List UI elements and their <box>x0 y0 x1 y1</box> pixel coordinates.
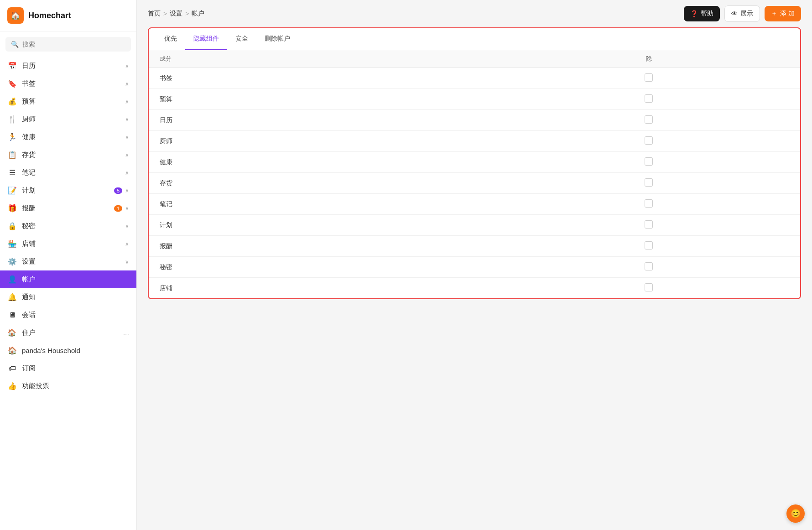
plus-icon: ＋ <box>771 10 777 18</box>
subscription-icon: 🏷 <box>7 364 17 373</box>
tab-priority[interactable]: 优先 <box>156 28 185 50</box>
component-hide-cell[interactable] <box>497 215 800 236</box>
chevron-icon: ∧ <box>125 81 129 87</box>
secret-icon: 🔒 <box>7 222 17 230</box>
component-hide-cell[interactable] <box>497 68 800 89</box>
component-hide-cell[interactable] <box>497 152 800 173</box>
hide-checkbox[interactable] <box>645 136 653 145</box>
table-row: 健康 <box>149 152 800 173</box>
breadcrumb: 首页 > 设置 > 帐户 <box>148 10 204 18</box>
hide-checkbox[interactable] <box>645 94 653 103</box>
hide-checkbox[interactable] <box>645 241 653 249</box>
sidebar-item-label: 秘密 <box>22 222 125 230</box>
sidebar-item-chat[interactable]: 🖥 会话 <box>0 306 136 324</box>
sidebar-item-reward[interactable]: 🎁 报酬 1 ∧ <box>0 199 136 217</box>
hide-checkbox[interactable] <box>645 178 653 187</box>
shop-icon: 🏪 <box>7 239 17 248</box>
sidebar-item-label: 会话 <box>22 311 129 319</box>
resident-row[interactable]: 🏠 住户 ... <box>0 324 136 342</box>
component-hide-cell[interactable] <box>497 278 800 299</box>
health-icon: 🏃 <box>7 133 17 141</box>
sidebar-item-secret[interactable]: 🔒 秘密 ∧ <box>0 217 136 235</box>
component-name: 报酬 <box>149 236 497 257</box>
chevron-icon: ∧ <box>125 99 129 105</box>
sidebar-item-label: 设置 <box>22 257 125 266</box>
sidebar-item-bookmark[interactable]: 🔖 书签 ∧ <box>0 75 136 93</box>
table-row: 报酬 <box>149 236 800 257</box>
table-row: 笔记 <box>149 194 800 215</box>
breadcrumb-sep1: > <box>163 10 167 17</box>
inventory-icon: 📋 <box>7 151 17 159</box>
search-bar[interactable]: 🔍 <box>5 37 131 52</box>
budget-icon: 💰 <box>7 97 17 106</box>
help-button[interactable]: ❓ 帮助 <box>684 6 720 21</box>
topbar: 首页 > 设置 > 帐户 ❓ 帮助 👁 展示 ＋ 添 加 <box>137 0 812 27</box>
chevron-icon: ∧ <box>125 223 129 229</box>
sidebar-item-shop[interactable]: 🏪 店铺 ∧ <box>0 235 136 253</box>
add-button[interactable]: ＋ 添 加 <box>765 6 801 21</box>
hide-checkbox[interactable] <box>645 73 653 82</box>
float-button[interactable]: 😊 <box>786 504 805 523</box>
sidebar-item-label: 计划 <box>22 186 114 195</box>
sidebar-item-vote[interactable]: 👍 功能投票 <box>0 377 136 395</box>
sidebar-item-health[interactable]: 🏃 健康 ∧ <box>0 128 136 146</box>
hide-checkbox[interactable] <box>645 115 653 124</box>
chat-icon: 🖥 <box>7 311 17 319</box>
component-table: 成分 隐 书签 预算 日历 厨师 健康 存货 <box>149 50 800 298</box>
component-name: 笔记 <box>149 194 497 215</box>
sidebar-item-chef[interactable]: 🍴 厨师 ∧ <box>0 110 136 128</box>
calendar-icon: 📅 <box>7 62 17 70</box>
sidebar-item-budget[interactable]: 💰 预算 ∧ <box>0 93 136 110</box>
sidebar-item-plan[interactable]: 📝 计划 5 ∧ <box>0 182 136 199</box>
table-row: 厨师 <box>149 131 800 152</box>
chevron-icon: ∧ <box>125 116 129 123</box>
plan-badge: 5 <box>114 187 122 194</box>
table-row: 秘密 <box>149 257 800 278</box>
sidebar-item-notify[interactable]: 🔔 通知 <box>0 288 136 306</box>
table-row: 日历 <box>149 110 800 131</box>
hide-checkbox[interactable] <box>645 283 653 291</box>
search-icon: 🔍 <box>11 41 19 48</box>
breadcrumb-settings[interactable]: 设置 <box>170 10 182 18</box>
topbar-actions: ❓ 帮助 👁 展示 ＋ 添 加 <box>684 5 801 22</box>
tab-security[interactable]: 安全 <box>227 28 256 50</box>
component-hide-cell[interactable] <box>497 110 800 131</box>
component-hide-cell[interactable] <box>497 236 800 257</box>
account-icon: 👤 <box>7 275 17 284</box>
main-content: 首页 > 设置 > 帐户 ❓ 帮助 👁 展示 ＋ 添 加 优先 隐藏组件 <box>137 0 812 530</box>
sidebar-item-inventory[interactable]: 📋 存货 ∧ <box>0 146 136 164</box>
hide-checkbox[interactable] <box>645 220 653 229</box>
sidebar-item-household[interactable]: 🏠 panda's Household <box>0 342 136 359</box>
chevron-icon: ∧ <box>125 134 129 140</box>
resident-label: 住户 <box>22 328 123 337</box>
component-hide-cell[interactable] <box>497 257 800 278</box>
breadcrumb-home[interactable]: 首页 <box>148 10 161 18</box>
breadcrumb-sep2: > <box>185 10 189 17</box>
sidebar-item-settings[interactable]: ⚙️ 设置 ∨ <box>0 253 136 270</box>
sidebar-item-subscription[interactable]: 🏷 订阅 <box>0 359 136 377</box>
sidebar-item-label: 预算 <box>22 97 125 106</box>
reward-badge: 1 <box>114 205 122 212</box>
tab-delete-account[interactable]: 删除帐户 <box>256 28 298 50</box>
sidebar-item-calendar[interactable]: 📅 日历 ∧ <box>0 57 136 75</box>
sidebar-item-label: 店铺 <box>22 239 125 248</box>
component-name: 厨师 <box>149 131 497 152</box>
hide-checkbox[interactable] <box>645 157 653 166</box>
hide-checkbox[interactable] <box>645 199 653 208</box>
search-input[interactable] <box>22 41 125 48</box>
tabs: 优先 隐藏组件 安全 删除帐户 <box>149 28 800 50</box>
component-name: 存货 <box>149 173 497 194</box>
component-hide-cell[interactable] <box>497 194 800 215</box>
sidebar-item-notes[interactable]: ☰ 笔记 ∧ <box>0 164 136 182</box>
component-hide-cell[interactable] <box>497 89 800 110</box>
sidebar-item-label: 厨师 <box>22 115 125 124</box>
resident-icon: 🏠 <box>7 328 17 337</box>
sidebar-item-account[interactable]: 👤 帐户 <box>0 270 136 288</box>
resident-dots: ... <box>123 329 129 337</box>
tab-hide-components[interactable]: 隐藏组件 <box>185 28 227 50</box>
component-hide-cell[interactable] <box>497 131 800 152</box>
household-label: panda's Household <box>22 347 129 354</box>
hide-checkbox[interactable] <box>645 262 653 270</box>
component-hide-cell[interactable] <box>497 173 800 194</box>
show-button[interactable]: 👁 展示 <box>724 5 760 22</box>
